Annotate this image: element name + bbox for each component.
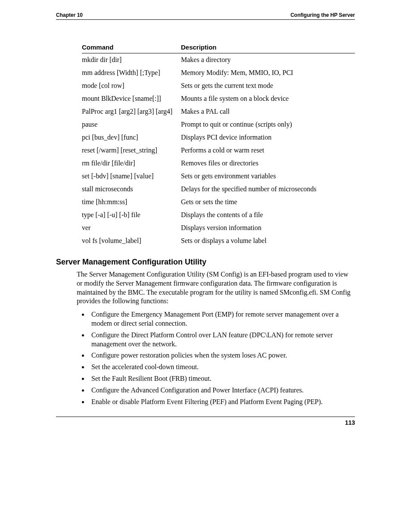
table-header-description: Description xyxy=(181,44,355,53)
table-row: pausePrompt to quit or continue (scripts… xyxy=(82,118,355,131)
cell-description: Makes a PAL call xyxy=(181,105,355,118)
table-row: verDisplays version information xyxy=(82,221,355,234)
cell-description: Removes files or directories xyxy=(181,157,355,170)
cell-command: rm file/dir [file/dir] xyxy=(82,157,181,170)
table-row: mode [col row]Sets or gets the current t… xyxy=(82,79,355,92)
cell-command: stall microseconds xyxy=(82,183,181,196)
cell-description: Sets or gets the current text mode xyxy=(181,79,355,92)
table-row: pci [bus_dev] [func]Displays PCI device … xyxy=(82,131,355,144)
table-row: reset [/warm] [reset_string]Performs a c… xyxy=(82,144,355,157)
cell-description: Displays PCI device information xyxy=(181,131,355,144)
page-footer: 113 xyxy=(56,417,355,426)
table-row: mkdir dir [dir]Makes a directory xyxy=(82,53,355,67)
table-row: set [-bdv] [sname] [value]Sets or gets e… xyxy=(82,170,355,183)
cell-description: Gets or sets the time xyxy=(181,196,355,208)
cell-description: Displays version information xyxy=(181,221,355,234)
cell-command: set [-bdv] [sname] [value] xyxy=(82,170,181,183)
cell-description: Performs a cold or warm reset xyxy=(181,144,355,157)
cell-description: Mounts a file system on a block device xyxy=(181,92,355,105)
table-row: PalProc arg1 [arg2] [arg3] [arg4]Makes a… xyxy=(82,105,355,118)
command-table: Command Description mkdir dir [dir]Makes… xyxy=(82,44,355,247)
cell-description: Sets or gets environment variables xyxy=(181,170,355,183)
cell-command: vol fs [volume_label] xyxy=(82,234,181,247)
list-item: Configure the Direct Platform Control ov… xyxy=(89,331,355,349)
list-item: Configure power restoration policies whe… xyxy=(89,351,355,360)
cell-description: Displays the contents of a file xyxy=(181,208,355,221)
cell-command: type [-a] [-u] [-b] file xyxy=(82,208,181,221)
cell-command: time [hh:mm:ss] xyxy=(82,196,181,208)
section-heading: Server Management Configuration Utility xyxy=(56,258,355,267)
table-header-command: Command xyxy=(82,44,181,53)
cell-description: Sets or displays a volume label xyxy=(181,234,355,247)
cell-command: PalProc arg1 [arg2] [arg3] [arg4] xyxy=(82,105,181,118)
cell-command: ver xyxy=(82,221,181,234)
header-left: Chapter 10 xyxy=(56,12,83,18)
cell-command: mount BlkDevice [sname[:]] xyxy=(82,92,181,105)
feature-list: Configure the Emergency Management Port … xyxy=(77,310,355,406)
cell-description: Makes a directory xyxy=(181,53,355,67)
cell-description: Prompt to quit or continue (scripts only… xyxy=(181,118,355,131)
cell-description: Delays for the specified number of micro… xyxy=(181,183,355,196)
list-item: Configure the Emergency Management Port … xyxy=(89,310,355,328)
table-row: rm file/dir [file/dir]Removes files or d… xyxy=(82,157,355,170)
cell-command: mm address [Width] [;Type] xyxy=(82,66,181,79)
cell-description: Memory Modify: Mem, MMIO, IO, PCI xyxy=(181,66,355,79)
page-header: Chapter 10 Configuring the HP Server xyxy=(56,12,355,20)
list-item: Configure the Advanced Configuration and… xyxy=(89,386,355,395)
table-row: time [hh:mm:ss]Gets or sets the time xyxy=(82,196,355,208)
list-item: Enable or disable Platform Event Filteri… xyxy=(89,398,355,407)
cell-command: pause xyxy=(82,118,181,131)
table-row: mm address [Width] [;Type]Memory Modify:… xyxy=(82,66,355,79)
list-item: Set the accelerated cool-down timeout. xyxy=(89,363,355,372)
header-right: Configuring the HP Server xyxy=(290,12,355,18)
table-row: mount BlkDevice [sname[:]]Mounts a file … xyxy=(82,92,355,105)
cell-command: mode [col row] xyxy=(82,79,181,92)
list-item: Set the Fault Resilient Boot (FRB) timeo… xyxy=(89,374,355,383)
table-row: stall microsecondsDelays for the specifi… xyxy=(82,183,355,196)
cell-command: mkdir dir [dir] xyxy=(82,53,181,67)
cell-command: pci [bus_dev] [func] xyxy=(82,131,181,144)
cell-command: reset [/warm] [reset_string] xyxy=(82,144,181,157)
section-intro: The Server Management Configuration Util… xyxy=(77,270,355,306)
table-row: vol fs [volume_label]Sets or displays a … xyxy=(82,234,355,247)
page-number: 113 xyxy=(345,419,355,426)
table-row: type [-a] [-u] [-b] fileDisplays the con… xyxy=(82,208,355,221)
